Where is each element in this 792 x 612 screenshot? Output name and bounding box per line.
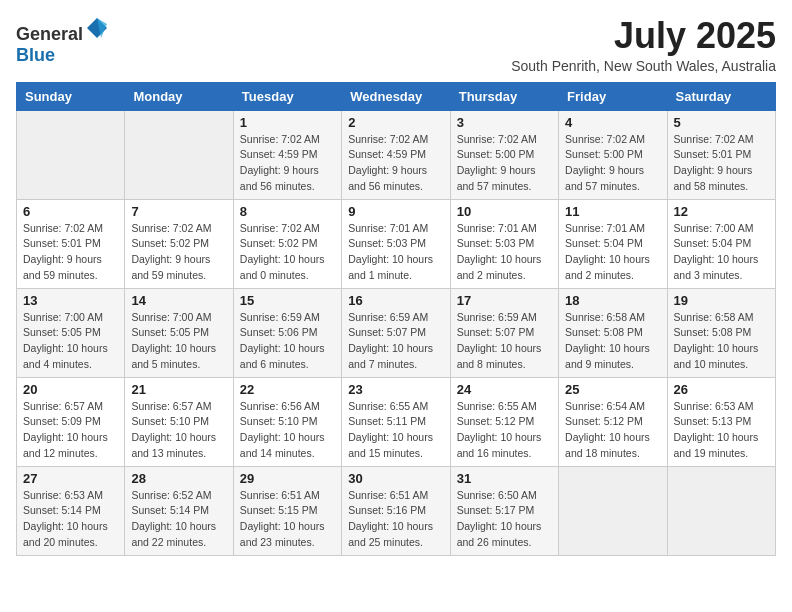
calendar-header: SundayMondayTuesdayWednesdayThursdayFrid… xyxy=(17,82,776,110)
day-info: Sunrise: 6:50 AMSunset: 5:17 PMDaylight:… xyxy=(457,488,552,551)
day-number: 3 xyxy=(457,115,552,130)
day-info: Sunrise: 6:58 AMSunset: 5:08 PMDaylight:… xyxy=(674,310,769,373)
day-header-tuesday: Tuesday xyxy=(233,82,341,110)
day-header-thursday: Thursday xyxy=(450,82,558,110)
day-info: Sunrise: 7:01 AMSunset: 5:04 PMDaylight:… xyxy=(565,221,660,284)
calendar-cell: 12Sunrise: 7:00 AMSunset: 5:04 PMDayligh… xyxy=(667,199,775,288)
day-number: 16 xyxy=(348,293,443,308)
page-header: General Blue July 2025 South Penrith, Ne… xyxy=(16,16,776,74)
day-number: 1 xyxy=(240,115,335,130)
day-number: 22 xyxy=(240,382,335,397)
day-number: 27 xyxy=(23,471,118,486)
logo-general: General xyxy=(16,24,83,44)
calendar-cell: 23Sunrise: 6:55 AMSunset: 5:11 PMDayligh… xyxy=(342,377,450,466)
day-number: 2 xyxy=(348,115,443,130)
calendar-cell: 4Sunrise: 7:02 AMSunset: 5:00 PMDaylight… xyxy=(559,110,667,199)
day-number: 28 xyxy=(131,471,226,486)
day-number: 29 xyxy=(240,471,335,486)
day-info: Sunrise: 7:01 AMSunset: 5:03 PMDaylight:… xyxy=(457,221,552,284)
day-info: Sunrise: 7:00 AMSunset: 5:05 PMDaylight:… xyxy=(131,310,226,373)
calendar-cell: 5Sunrise: 7:02 AMSunset: 5:01 PMDaylight… xyxy=(667,110,775,199)
day-number: 4 xyxy=(565,115,660,130)
day-info: Sunrise: 7:02 AMSunset: 5:02 PMDaylight:… xyxy=(240,221,335,284)
day-info: Sunrise: 6:55 AMSunset: 5:12 PMDaylight:… xyxy=(457,399,552,462)
calendar-cell: 31Sunrise: 6:50 AMSunset: 5:17 PMDayligh… xyxy=(450,466,558,555)
day-number: 24 xyxy=(457,382,552,397)
day-info: Sunrise: 7:02 AMSunset: 5:00 PMDaylight:… xyxy=(457,132,552,195)
day-header-monday: Monday xyxy=(125,82,233,110)
logo-blue: Blue xyxy=(16,45,55,65)
calendar-cell: 21Sunrise: 6:57 AMSunset: 5:10 PMDayligh… xyxy=(125,377,233,466)
week-row-5: 27Sunrise: 6:53 AMSunset: 5:14 PMDayligh… xyxy=(17,466,776,555)
calendar-cell: 18Sunrise: 6:58 AMSunset: 5:08 PMDayligh… xyxy=(559,288,667,377)
calendar-cell xyxy=(559,466,667,555)
month-year-title: July 2025 xyxy=(511,16,776,56)
day-number: 5 xyxy=(674,115,769,130)
calendar-table: SundayMondayTuesdayWednesdayThursdayFrid… xyxy=(16,82,776,556)
week-row-3: 13Sunrise: 7:00 AMSunset: 5:05 PMDayligh… xyxy=(17,288,776,377)
calendar-cell: 9Sunrise: 7:01 AMSunset: 5:03 PMDaylight… xyxy=(342,199,450,288)
day-number: 8 xyxy=(240,204,335,219)
day-number: 15 xyxy=(240,293,335,308)
calendar-cell xyxy=(667,466,775,555)
calendar-cell: 1Sunrise: 7:02 AMSunset: 4:59 PMDaylight… xyxy=(233,110,341,199)
day-number: 14 xyxy=(131,293,226,308)
day-info: Sunrise: 6:56 AMSunset: 5:10 PMDaylight:… xyxy=(240,399,335,462)
calendar-cell: 14Sunrise: 7:00 AMSunset: 5:05 PMDayligh… xyxy=(125,288,233,377)
day-number: 25 xyxy=(565,382,660,397)
calendar-cell: 30Sunrise: 6:51 AMSunset: 5:16 PMDayligh… xyxy=(342,466,450,555)
day-number: 21 xyxy=(131,382,226,397)
day-header-saturday: Saturday xyxy=(667,82,775,110)
calendar-cell: 20Sunrise: 6:57 AMSunset: 5:09 PMDayligh… xyxy=(17,377,125,466)
calendar-cell: 3Sunrise: 7:02 AMSunset: 5:00 PMDaylight… xyxy=(450,110,558,199)
week-row-4: 20Sunrise: 6:57 AMSunset: 5:09 PMDayligh… xyxy=(17,377,776,466)
day-number: 30 xyxy=(348,471,443,486)
day-number: 31 xyxy=(457,471,552,486)
calendar-cell: 19Sunrise: 6:58 AMSunset: 5:08 PMDayligh… xyxy=(667,288,775,377)
location-subtitle: South Penrith, New South Wales, Australi… xyxy=(511,58,776,74)
calendar-cell: 29Sunrise: 6:51 AMSunset: 5:15 PMDayligh… xyxy=(233,466,341,555)
day-info: Sunrise: 6:59 AMSunset: 5:07 PMDaylight:… xyxy=(457,310,552,373)
day-number: 12 xyxy=(674,204,769,219)
calendar-cell: 17Sunrise: 6:59 AMSunset: 5:07 PMDayligh… xyxy=(450,288,558,377)
day-header-friday: Friday xyxy=(559,82,667,110)
calendar-cell: 2Sunrise: 7:02 AMSunset: 4:59 PMDaylight… xyxy=(342,110,450,199)
day-number: 17 xyxy=(457,293,552,308)
calendar-cell: 22Sunrise: 6:56 AMSunset: 5:10 PMDayligh… xyxy=(233,377,341,466)
calendar-cell: 25Sunrise: 6:54 AMSunset: 5:12 PMDayligh… xyxy=(559,377,667,466)
day-info: Sunrise: 7:01 AMSunset: 5:03 PMDaylight:… xyxy=(348,221,443,284)
day-number: 18 xyxy=(565,293,660,308)
calendar-cell: 6Sunrise: 7:02 AMSunset: 5:01 PMDaylight… xyxy=(17,199,125,288)
day-info: Sunrise: 6:57 AMSunset: 5:10 PMDaylight:… xyxy=(131,399,226,462)
calendar-cell: 24Sunrise: 6:55 AMSunset: 5:12 PMDayligh… xyxy=(450,377,558,466)
day-number: 26 xyxy=(674,382,769,397)
day-number: 20 xyxy=(23,382,118,397)
calendar-cell: 27Sunrise: 6:53 AMSunset: 5:14 PMDayligh… xyxy=(17,466,125,555)
day-info: Sunrise: 7:02 AMSunset: 5:01 PMDaylight:… xyxy=(23,221,118,284)
day-info: Sunrise: 7:02 AMSunset: 5:00 PMDaylight:… xyxy=(565,132,660,195)
calendar-cell: 15Sunrise: 6:59 AMSunset: 5:06 PMDayligh… xyxy=(233,288,341,377)
day-info: Sunrise: 6:59 AMSunset: 5:06 PMDaylight:… xyxy=(240,310,335,373)
day-info: Sunrise: 6:52 AMSunset: 5:14 PMDaylight:… xyxy=(131,488,226,551)
day-number: 6 xyxy=(23,204,118,219)
calendar-body: 1Sunrise: 7:02 AMSunset: 4:59 PMDaylight… xyxy=(17,110,776,555)
day-info: Sunrise: 6:53 AMSunset: 5:14 PMDaylight:… xyxy=(23,488,118,551)
day-info: Sunrise: 7:02 AMSunset: 4:59 PMDaylight:… xyxy=(348,132,443,195)
day-info: Sunrise: 6:54 AMSunset: 5:12 PMDaylight:… xyxy=(565,399,660,462)
day-info: Sunrise: 6:53 AMSunset: 5:13 PMDaylight:… xyxy=(674,399,769,462)
title-area: July 2025 South Penrith, New South Wales… xyxy=(511,16,776,74)
day-info: Sunrise: 7:00 AMSunset: 5:05 PMDaylight:… xyxy=(23,310,118,373)
calendar-cell: 10Sunrise: 7:01 AMSunset: 5:03 PMDayligh… xyxy=(450,199,558,288)
calendar-cell: 13Sunrise: 7:00 AMSunset: 5:05 PMDayligh… xyxy=(17,288,125,377)
day-info: Sunrise: 6:57 AMSunset: 5:09 PMDaylight:… xyxy=(23,399,118,462)
day-info: Sunrise: 7:02 AMSunset: 4:59 PMDaylight:… xyxy=(240,132,335,195)
day-info: Sunrise: 6:51 AMSunset: 5:16 PMDaylight:… xyxy=(348,488,443,551)
day-info: Sunrise: 6:55 AMSunset: 5:11 PMDaylight:… xyxy=(348,399,443,462)
calendar-cell: 16Sunrise: 6:59 AMSunset: 5:07 PMDayligh… xyxy=(342,288,450,377)
day-info: Sunrise: 6:51 AMSunset: 5:15 PMDaylight:… xyxy=(240,488,335,551)
week-row-1: 1Sunrise: 7:02 AMSunset: 4:59 PMDaylight… xyxy=(17,110,776,199)
week-row-2: 6Sunrise: 7:02 AMSunset: 5:01 PMDaylight… xyxy=(17,199,776,288)
calendar-cell: 11Sunrise: 7:01 AMSunset: 5:04 PMDayligh… xyxy=(559,199,667,288)
day-number: 23 xyxy=(348,382,443,397)
day-info: Sunrise: 6:58 AMSunset: 5:08 PMDaylight:… xyxy=(565,310,660,373)
